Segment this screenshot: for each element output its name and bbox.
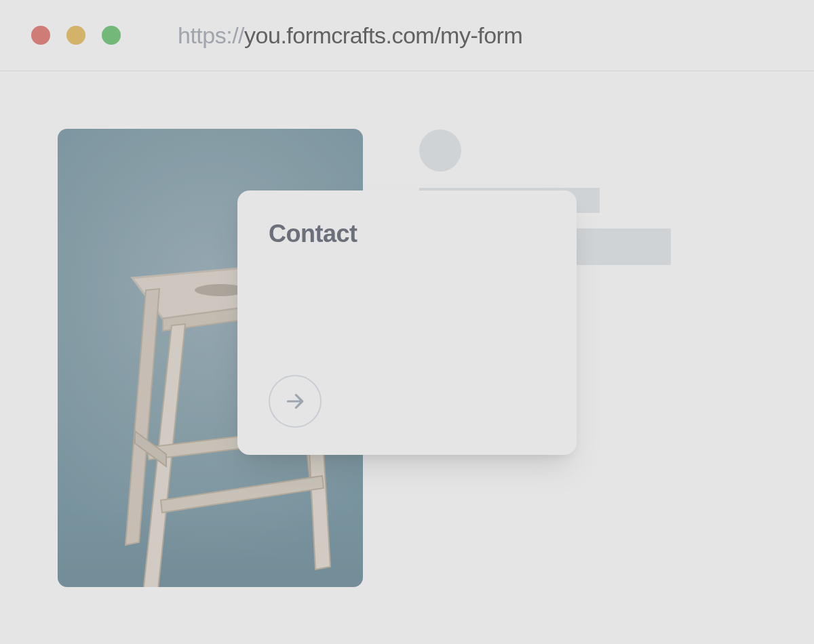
window-minimize-dot[interactable]	[66, 26, 85, 45]
svg-marker-8	[161, 476, 324, 512]
address-text: https://you.formcrafts.com/my-form	[178, 22, 522, 49]
page-body: Contact	[0, 71, 814, 644]
window-zoom-dot[interactable]	[102, 26, 121, 45]
browser-url-bar: https://you.formcrafts.com/my-form	[0, 0, 814, 71]
url-rest: you.formcrafts.com/my-form	[244, 22, 522, 48]
modal-title: Contact	[269, 220, 545, 247]
arrow-right-icon	[284, 390, 306, 412]
contact-modal: Contact	[237, 190, 577, 455]
modal-body-spacer	[269, 247, 545, 375]
next-button[interactable]	[269, 375, 322, 428]
url-protocol: https://	[178, 22, 244, 48]
skeleton-avatar	[419, 129, 461, 172]
window-close-dot[interactable]	[31, 26, 50, 45]
